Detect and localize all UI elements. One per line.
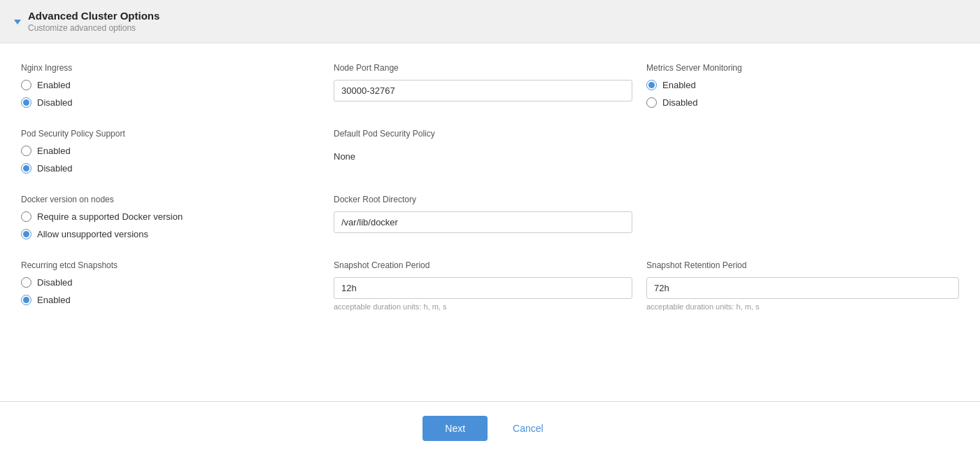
- radio-label-disabled: Disabled: [37, 97, 73, 108]
- radio-item-pod-security-policy-disabled[interactable]: Disabled: [21, 163, 320, 174]
- radio-input-nginx-ingress-enabled[interactable]: [21, 80, 31, 90]
- input-snapshot-creation[interactable]: [334, 277, 632, 299]
- radio-label-disabled: Disabled: [662, 97, 698, 108]
- radio-item-metrics-server-disabled[interactable]: Disabled: [646, 97, 959, 108]
- footer: Next Cancel: [0, 402, 980, 455]
- col-recurring-etcd: Recurring etcd SnapshotsDisabledEnabled: [21, 260, 334, 311]
- section-title-group: Advanced Cluster Options Customize advan…: [28, 10, 159, 33]
- radio-input-metrics-server-enabled[interactable]: [646, 80, 657, 90]
- radio-input-docker-version-require-a-supported-docker-version[interactable]: [21, 211, 31, 222]
- radio-label-disabled: Disabled: [37, 277, 73, 288]
- radio-label-enabled: Enabled: [37, 295, 71, 305]
- next-button[interactable]: Next: [422, 416, 488, 441]
- radio-item-metrics-server-enabled[interactable]: Enabled: [646, 80, 959, 90]
- static-value-default-pod-security-policy: None: [334, 146, 632, 167]
- col-empty1: [646, 129, 959, 174]
- label-nginx-ingress: Nginx Ingress: [21, 63, 320, 73]
- page-wrapper: Advanced Cluster Options Customize advan…: [0, 0, 980, 455]
- radio-label-enabled: Enabled: [37, 146, 71, 156]
- col-nginx-ingress: Nginx IngressEnabledDisabled: [21, 63, 334, 108]
- radio-item-recurring-etcd-enabled[interactable]: Enabled: [21, 295, 320, 305]
- input-node-port-range[interactable]: [334, 80, 632, 102]
- options-row: Recurring etcd SnapshotsDisabledEnabledS…: [21, 260, 959, 311]
- radio-label-enabled: Enabled: [37, 80, 71, 90]
- options-row: Docker version on nodesRequire a support…: [21, 195, 959, 239]
- cancel-button[interactable]: Cancel: [499, 416, 558, 441]
- input-docker-root-dir[interactable]: [334, 211, 632, 233]
- label-pod-security-policy: Pod Security Policy Support: [21, 129, 320, 139]
- col-docker-version: Docker version on nodesRequire a support…: [21, 195, 334, 239]
- options-row: Nginx IngressEnabledDisabledNode Port Ra…: [21, 63, 959, 108]
- section-subtitle: Customize advanced options: [28, 23, 159, 33]
- radio-item-docker-version-allow-unsupported-versions[interactable]: Allow unsupported versions: [21, 229, 320, 239]
- radio-input-pod-security-policy-enabled[interactable]: [21, 146, 31, 156]
- col-snapshot-creation: Snapshot Creation Periodacceptable durat…: [334, 260, 646, 311]
- radio-label-enabled: Enabled: [662, 80, 696, 90]
- hint-snapshot-retention: acceptable duration units: h, m, s: [646, 302, 959, 311]
- radio-input-docker-version-allow-unsupported-versions[interactable]: [21, 229, 31, 239]
- label-docker-root-dir: Docker Root Directory: [334, 195, 632, 204]
- hint-snapshot-creation: acceptable duration units: h, m, s: [334, 302, 632, 311]
- col-metrics-server: Metrics Server MonitoringEnabledDisabled: [646, 63, 959, 108]
- label-snapshot-creation: Snapshot Creation Period: [334, 260, 632, 270]
- label-recurring-etcd: Recurring etcd Snapshots: [21, 260, 320, 270]
- radio-item-recurring-etcd-disabled[interactable]: Disabled: [21, 277, 320, 288]
- col-default-pod-security-policy: Default Pod Security PolicyNone: [334, 129, 646, 174]
- label-metrics-server: Metrics Server Monitoring: [646, 63, 959, 73]
- radio-input-nginx-ingress-disabled[interactable]: [21, 97, 31, 108]
- radio-group-metrics-server: EnabledDisabled: [646, 80, 959, 108]
- section-header: Advanced Cluster Options Customize advan…: [0, 0, 980, 43]
- input-snapshot-retention[interactable]: [646, 277, 959, 299]
- options-row: Pod Security Policy SupportEnabledDisabl…: [21, 129, 959, 174]
- radio-input-recurring-etcd-enabled[interactable]: [21, 295, 31, 305]
- radio-label-allow-unsupported-versions: Allow unsupported versions: [37, 229, 148, 239]
- radio-group-pod-security-policy: EnabledDisabled: [21, 146, 320, 174]
- main-content: Nginx IngressEnabledDisabledNode Port Ra…: [0, 43, 980, 402]
- collapse-icon[interactable]: [14, 20, 21, 24]
- radio-group-recurring-etcd: DisabledEnabled: [21, 277, 320, 305]
- radio-input-pod-security-policy-disabled[interactable]: [21, 163, 31, 174]
- radio-label-require-a-supported-docker-version: Require a supported Docker version: [37, 211, 183, 222]
- label-docker-version: Docker version on nodes: [21, 195, 320, 204]
- radio-input-recurring-etcd-disabled[interactable]: [21, 277, 31, 288]
- label-node-port-range: Node Port Range: [334, 63, 632, 73]
- radio-label-disabled: Disabled: [37, 163, 73, 174]
- col-pod-security-policy: Pod Security Policy SupportEnabledDisabl…: [21, 129, 334, 174]
- col-snapshot-retention: Snapshot Retention Periodacceptable dura…: [646, 260, 959, 311]
- radio-group-docker-version: Require a supported Docker versionAllow …: [21, 211, 320, 239]
- col-docker-root-dir: Docker Root Directory: [334, 195, 646, 239]
- col-empty2: [646, 195, 959, 239]
- radio-item-nginx-ingress-disabled[interactable]: Disabled: [21, 97, 320, 108]
- radio-item-nginx-ingress-enabled[interactable]: Enabled: [21, 80, 320, 90]
- radio-input-metrics-server-disabled[interactable]: [646, 97, 657, 108]
- radio-item-docker-version-require-a-supported-docker-version[interactable]: Require a supported Docker version: [21, 211, 320, 222]
- radio-group-nginx-ingress: EnabledDisabled: [21, 80, 320, 108]
- label-snapshot-retention: Snapshot Retention Period: [646, 260, 959, 270]
- col-node-port-range: Node Port Range: [334, 63, 646, 108]
- label-default-pod-security-policy: Default Pod Security Policy: [334, 129, 632, 139]
- section-title: Advanced Cluster Options: [28, 10, 159, 22]
- radio-item-pod-security-policy-enabled[interactable]: Enabled: [21, 146, 320, 156]
